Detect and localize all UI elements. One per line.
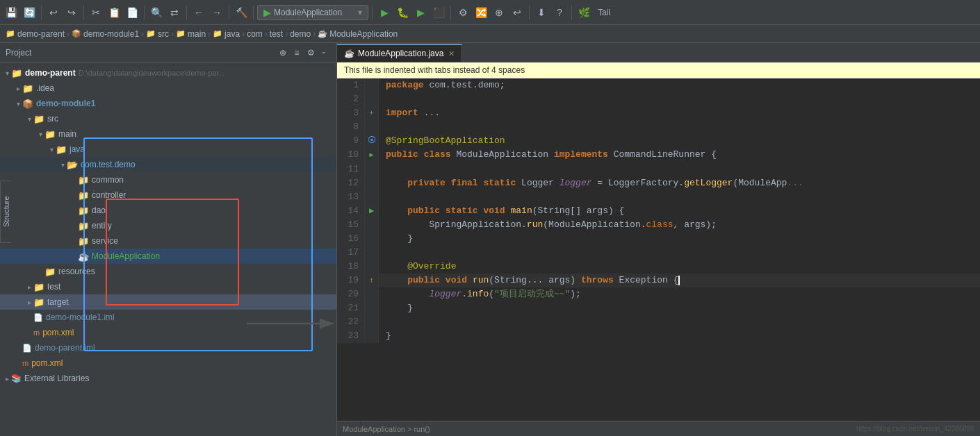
locate-btn[interactable]: ⊕ bbox=[277, 47, 289, 59]
tree-item-resources[interactable]: 📁 resources bbox=[0, 264, 336, 279]
breadcrumb-demo-module1[interactable]: 📦 demo-module1 bbox=[72, 29, 139, 39]
tree-item-external-libs[interactable]: ▸ 📚 External Libraries bbox=[0, 371, 336, 386]
tree-item-parent-iml[interactable]: 📄 demo-parent.iml bbox=[0, 340, 336, 355]
tree-item-pom-module[interactable]: m pom.xml bbox=[0, 325, 336, 340]
code-editor[interactable]: 1 package com.test.demo; 2 3 + imp bbox=[337, 78, 980, 421]
plugins-btn[interactable]: 🌿 bbox=[575, 4, 592, 21]
expand-arrow[interactable]: ▾ bbox=[14, 100, 22, 108]
tree-item-demo-module1[interactable]: ▾ 📦 demo-module1 bbox=[0, 96, 336, 111]
tree-item-target[interactable]: ▸ 📁 target bbox=[0, 294, 336, 310]
tree-item-main[interactable]: ▾ 📁 main bbox=[0, 126, 336, 142]
code-line-11: 11 bbox=[337, 162, 980, 176]
replace-btn[interactable]: ⇄ bbox=[166, 4, 183, 21]
expand-arrow[interactable]: ▸ bbox=[3, 375, 11, 383]
tree-item-common[interactable]: 📁 common bbox=[0, 172, 336, 187]
tree-item-service[interactable]: 📁 service bbox=[0, 233, 336, 249]
folder-icon: 📁 bbox=[78, 236, 89, 246]
run-cover-btn[interactable]: ▶ bbox=[412, 4, 429, 21]
expand-arrow[interactable]: ▾ bbox=[25, 115, 33, 123]
tree-item-controller[interactable]: 📁 controller bbox=[0, 187, 336, 203]
breadcrumb-java[interactable]: 📁 java bbox=[213, 29, 240, 39]
tree-item-moduleapplication[interactable]: ☕ ModuleApplication bbox=[0, 249, 336, 264]
info-bar: This file is indented with tabs instead … bbox=[337, 62, 980, 78]
java-class-icon: ☕ bbox=[78, 251, 89, 262]
cut-btn[interactable]: ✂ bbox=[88, 4, 104, 21]
collapse-btn[interactable]: ≡ bbox=[291, 47, 303, 59]
breadcrumb-com[interactable]: com bbox=[247, 29, 263, 39]
breadcrumb-moduleapplication[interactable]: ☕ ModuleApplication bbox=[318, 29, 398, 39]
code-line-20: 20 logger.info("项目启动完成~~"); bbox=[337, 287, 980, 301]
code-line-16: 16 } bbox=[337, 232, 980, 246]
help-btn[interactable]: ? bbox=[551, 4, 568, 21]
tail-label: Tail bbox=[594, 8, 614, 17]
breadcrumb-demo-parent[interactable]: 📁 demo-parent bbox=[6, 29, 65, 39]
code-lines: 1 package com.test.demo; 2 3 + imp bbox=[337, 78, 980, 343]
back-btn[interactable]: ← bbox=[190, 4, 207, 21]
undo-btn[interactable]: ↩ bbox=[45, 4, 62, 21]
vcs3-btn[interactable]: ⊕ bbox=[491, 4, 507, 21]
debug-btn[interactable]: 🐛 bbox=[394, 4, 411, 21]
package-icon: 📂 bbox=[67, 160, 78, 170]
structure-tab[interactable]: Structure bbox=[0, 181, 11, 243]
sync-btn[interactable]: 🔄 bbox=[21, 4, 38, 21]
sep9 bbox=[529, 6, 530, 19]
tree-item-pom-parent[interactable]: m pom.xml bbox=[0, 355, 336, 371]
breadcrumb: 📁 demo-parent › 📦 demo-module1 › 📁 src ›… bbox=[0, 25, 980, 43]
tree-item-src[interactable]: ▾ 📁 src bbox=[0, 111, 336, 126]
copy-btn[interactable]: 📋 bbox=[106, 4, 122, 21]
expand-arrow[interactable]: ▾ bbox=[58, 161, 67, 169]
code-line-13: 13 bbox=[337, 190, 980, 204]
paste-btn[interactable]: 📄 bbox=[124, 4, 140, 21]
settings-btn[interactable]: ⚙ bbox=[304, 47, 317, 59]
bottom-breadcrumb: ModuleApplication > run() bbox=[343, 425, 430, 433]
history-btn[interactable]: ↩ bbox=[509, 4, 525, 21]
tree-item-module-iml[interactable]: 📄 demo-module1.iml bbox=[0, 310, 336, 325]
code-line-1: 1 package com.test.demo; bbox=[337, 78, 980, 92]
tab-close-btn[interactable]: ✕ bbox=[448, 49, 455, 58]
sep3 bbox=[144, 6, 145, 19]
tree-item-java[interactable]: ▾ 📁 java bbox=[0, 142, 336, 157]
libs-icon: 📚 bbox=[11, 374, 22, 383]
tree-item-entity[interactable]: 📁 entity bbox=[0, 218, 336, 233]
run-btn[interactable]: ▶ bbox=[376, 4, 393, 21]
build-btn[interactable]: 🔨 bbox=[233, 4, 250, 21]
breadcrumb-test[interactable]: test bbox=[270, 29, 283, 39]
project-sidebar: Project ⊕ ≡ ⚙ ╴ ▾ 📁 demo-parent D:\datan… bbox=[0, 43, 337, 436]
breadcrumb-src[interactable]: 📁 src bbox=[146, 29, 169, 39]
expand-arrow[interactable]: ▾ bbox=[3, 69, 11, 77]
terminal-btn[interactable]: ⬇ bbox=[533, 4, 550, 21]
tab-label: ModuleApplication.java bbox=[358, 49, 443, 58]
forward-btn[interactable]: → bbox=[209, 4, 225, 21]
tree-item-dao[interactable]: 📁 dao bbox=[0, 203, 336, 218]
sidebar-toolbar: ⊕ ≡ ⚙ ╴ bbox=[277, 47, 331, 59]
sidebar-header: Project ⊕ ≡ ⚙ ╴ bbox=[0, 43, 336, 62]
sep4 bbox=[186, 6, 187, 19]
tree-item-demo-parent[interactable]: ▾ 📁 demo-parent D:\datang\datangideawork… bbox=[0, 65, 336, 81]
code-line-18: 18 @Override bbox=[337, 260, 980, 274]
vcs1-btn[interactable]: ⚙ bbox=[455, 4, 471, 21]
breadcrumb-main[interactable]: 📁 main bbox=[176, 29, 206, 39]
run-config-dropdown[interactable]: ▶ ModuleApplication ▾ bbox=[257, 5, 368, 20]
expand-arrow[interactable]: ▸ bbox=[25, 299, 33, 306]
bottom-bar: ModuleApplication > run() https://blog.c… bbox=[337, 421, 980, 436]
hide-btn[interactable]: ╴ bbox=[318, 47, 331, 59]
folder-icon: 📁 bbox=[44, 129, 56, 140]
editor-tab-moduleapplication[interactable]: ☕ ModuleApplication.java ✕ bbox=[337, 44, 462, 62]
vcs2-btn[interactable]: 🔀 bbox=[473, 4, 489, 21]
folder-icon: 📁 bbox=[78, 175, 89, 185]
tree-item-package[interactable]: ▾ 📂 com.test.demo bbox=[0, 157, 336, 172]
expand-arrow[interactable]: ▸ bbox=[25, 283, 33, 291]
breadcrumb-demo[interactable]: demo bbox=[290, 29, 311, 39]
redo-btn[interactable]: ↪ bbox=[63, 4, 80, 21]
expand-arrow[interactable]: ▾ bbox=[36, 131, 44, 138]
tree-item-test[interactable]: ▸ 📁 test bbox=[0, 279, 336, 294]
find-btn[interactable]: 🔍 bbox=[148, 4, 165, 21]
expand-arrow[interactable]: ▸ bbox=[14, 85, 22, 92]
run-config-label: ModuleApplication bbox=[274, 8, 342, 17]
save-btn[interactable]: 💾 bbox=[3, 4, 19, 21]
editor-area: ☕ ModuleApplication.java ✕ This file is … bbox=[337, 43, 980, 436]
code-line-19: 19 ↑ public void run(String... args) thr… bbox=[337, 274, 980, 287]
expand-arrow[interactable]: ▾ bbox=[47, 146, 56, 153]
stop-btn[interactable]: ⬛ bbox=[430, 4, 447, 21]
tree-item-idea[interactable]: ▸ 📁 .idea bbox=[0, 81, 336, 96]
